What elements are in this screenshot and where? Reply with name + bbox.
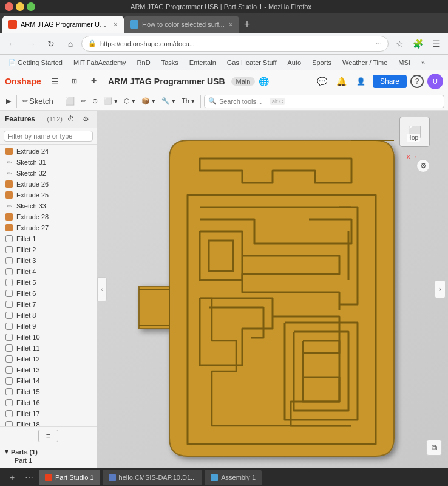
viewport-settings-button[interactable]: ⚙ bbox=[416, 159, 430, 173]
bookmark-sports[interactable]: Sports bbox=[307, 58, 336, 67]
feature-item-5[interactable]: ✏Sketch 33 bbox=[0, 200, 97, 211]
feature-item-11[interactable]: Fillet 4 bbox=[0, 266, 97, 277]
bookmark-tasks[interactable]: Tasks bbox=[157, 58, 183, 67]
info-button[interactable]: 👤 bbox=[353, 74, 369, 89]
feature-icon-25 bbox=[5, 420, 13, 426]
feature-item-18[interactable]: Fillet 11 bbox=[0, 343, 97, 354]
window-maximize-button[interactable] bbox=[27, 2, 35, 11]
window-controls[interactable] bbox=[5, 2, 35, 11]
feature-item-10[interactable]: Fillet 3 bbox=[0, 255, 97, 266]
viewport-expand-button[interactable]: › bbox=[435, 280, 446, 298]
sketch-button[interactable]: ✏ Sketch bbox=[20, 94, 56, 109]
sidebar-settings-btn[interactable]: ⚙ bbox=[80, 113, 92, 125]
reload-button[interactable]: ↻ bbox=[42, 35, 59, 52]
feature-item-23[interactable]: Fillet 16 bbox=[0, 397, 97, 408]
back-button[interactable]: ← bbox=[4, 35, 21, 52]
sidebar: Features (112) ⏱ ⚙ Extrude 24✏Sketch 31✏… bbox=[0, 111, 97, 468]
avatar[interactable]: U bbox=[427, 74, 443, 89]
feature-item-15[interactable]: Fillet 8 bbox=[0, 310, 97, 321]
feature-item-4[interactable]: Extrude 25 bbox=[0, 190, 97, 200]
add-tab-button[interactable]: + bbox=[5, 470, 19, 485]
feature-item-20[interactable]: Fillet 13 bbox=[0, 364, 97, 375]
sidebar-clock-btn[interactable]: ⏱ bbox=[65, 113, 77, 125]
bookmark-entertain[interactable]: Entertain bbox=[185, 58, 221, 67]
part-item-1[interactable]: Part 1 bbox=[5, 456, 92, 465]
viewport[interactable]: ⬜ Top x → ⚙ › ⧉ ‹ bbox=[97, 111, 448, 468]
feature-item-13[interactable]: Fillet 6 bbox=[0, 288, 97, 299]
feature-item-6[interactable]: Extrude 28 bbox=[0, 211, 97, 222]
tab-close-2[interactable]: ✕ bbox=[228, 21, 233, 28]
tab-color-surf[interactable]: How to color selected surf... ✕ bbox=[124, 16, 239, 33]
window-close-button[interactable] bbox=[5, 2, 13, 11]
tool-dropdown-2[interactable]: ⬡ ▾ bbox=[121, 94, 138, 109]
bottom-tab-studio[interactable]: Part Studio 1 bbox=[39, 470, 100, 485]
menu-button[interactable]: ☰ bbox=[427, 35, 444, 52]
feature-filter-input[interactable] bbox=[4, 131, 93, 142]
bookmark-button[interactable]: ☆ bbox=[391, 35, 408, 52]
hamburger-menu-button[interactable]: ☰ bbox=[47, 74, 63, 89]
viewport-copy-button[interactable]: ⧉ bbox=[426, 440, 442, 456]
forward-button[interactable]: → bbox=[23, 35, 40, 52]
address-more[interactable]: ⋯ bbox=[376, 40, 382, 47]
search-tools-input[interactable] bbox=[219, 98, 268, 105]
bookmark-weather[interactable]: Weather / Time bbox=[338, 58, 392, 67]
feature-item-22[interactable]: Fillet 15 bbox=[0, 386, 97, 397]
feature-item-0[interactable]: Extrude 24 bbox=[0, 146, 97, 157]
bookmark-mit[interactable]: MIT FabAcademy bbox=[69, 58, 131, 67]
bottom-tab-assembly[interactable]: Assembly 1 bbox=[205, 470, 262, 485]
bookmark-rnd[interactable]: RnD bbox=[132, 58, 155, 67]
tool-dropdown-3[interactable]: 📦 ▾ bbox=[139, 94, 158, 109]
feature-item-8[interactable]: Fillet 1 bbox=[0, 233, 97, 244]
share-button[interactable]: Share bbox=[373, 75, 407, 88]
feature-item-7[interactable]: Extrude 27 bbox=[0, 222, 97, 233]
bookmark-getting-started[interactable]: 📄 Getting Started bbox=[4, 58, 67, 67]
tool-button-1[interactable]: ▶ bbox=[4, 94, 13, 109]
tool-btn-a[interactable]: ⬜ bbox=[63, 94, 77, 109]
search-tools-box[interactable]: 🔍 alt C bbox=[204, 95, 444, 108]
tool-dropdown-5[interactable]: Th ▾ bbox=[179, 94, 197, 109]
tool-dropdown-1[interactable]: ⬜ ▾ bbox=[101, 94, 120, 109]
new-tab-button[interactable]: + bbox=[239, 16, 256, 33]
tab-list-button[interactable]: ⋯ bbox=[22, 470, 36, 485]
home-button[interactable]: ⌂ bbox=[62, 35, 79, 52]
help-button[interactable]: ? bbox=[410, 75, 424, 88]
window-minimize-button[interactable] bbox=[16, 2, 24, 11]
bottom-tab-file[interactable]: hello.CMSIS-DAP.10.D1... bbox=[103, 470, 203, 485]
bookmark-more[interactable]: » bbox=[416, 58, 430, 67]
extensions-button[interactable]: 🧩 bbox=[409, 35, 426, 52]
address-bar[interactable]: 🔒 https://cad.onshape.com/docu... ⋯ bbox=[81, 36, 389, 52]
filter-button[interactable]: ⊞ bbox=[67, 74, 83, 89]
tool-btn-b[interactable]: ✏ bbox=[78, 94, 89, 109]
tab-close-1[interactable]: ✕ bbox=[113, 21, 118, 28]
add-feature-button[interactable]: ✚ bbox=[86, 74, 102, 89]
feature-item-3[interactable]: Extrude 26 bbox=[0, 179, 97, 190]
bookmark-gas[interactable]: Gas Heater Stuff bbox=[222, 58, 282, 67]
feature-item-2[interactable]: ✏Sketch 32 bbox=[0, 168, 97, 179]
feature-item-16[interactable]: Fillet 9 bbox=[0, 321, 97, 332]
branch-badge[interactable]: Main bbox=[231, 77, 256, 86]
onshape-logo[interactable]: Onshape bbox=[5, 77, 41, 86]
tool-btn-c[interactable]: ⊕ bbox=[90, 94, 100, 109]
feature-item-19[interactable]: Fillet 12 bbox=[0, 354, 97, 364]
parts-header[interactable]: ▾ Parts (1) bbox=[5, 448, 92, 456]
feature-item-17[interactable]: Fillet 10 bbox=[0, 332, 97, 343]
tool-dropdown-4[interactable]: 🔧 ▾ bbox=[159, 94, 178, 109]
feature-item-24[interactable]: Fillet 17 bbox=[0, 408, 97, 419]
feature-item-25[interactable]: Fillet 18 bbox=[0, 419, 97, 426]
view-cube[interactable]: ⬜ bbox=[399, 117, 430, 147]
feature-item-21[interactable]: Fillet 14 bbox=[0, 375, 97, 386]
feature-item-14[interactable]: Fillet 7 bbox=[0, 299, 97, 310]
notification-button[interactable]: 🔔 bbox=[334, 74, 350, 89]
globe-button[interactable]: 🌐 bbox=[259, 77, 269, 86]
feature-list-collapse-btn[interactable]: ≡ bbox=[38, 430, 59, 442]
chat-button[interactable]: 💬 bbox=[314, 74, 330, 89]
feature-item-12[interactable]: Fillet 5 bbox=[0, 277, 97, 288]
sketch-label: Sketch bbox=[29, 97, 53, 106]
bookmark-auto[interactable]: Auto bbox=[283, 58, 307, 67]
feature-label-14: Fillet 7 bbox=[16, 301, 36, 308]
bookmark-msi[interactable]: MSI bbox=[393, 58, 415, 67]
feature-item-1[interactable]: ✏Sketch 31 bbox=[0, 157, 97, 168]
feature-item-9[interactable]: Fillet 2 bbox=[0, 244, 97, 255]
sidebar-collapse-button[interactable]: ‹ bbox=[97, 277, 107, 301]
tab-arm-jtag[interactable]: ARM JTAG Programmer US... ✕ bbox=[2, 16, 124, 33]
